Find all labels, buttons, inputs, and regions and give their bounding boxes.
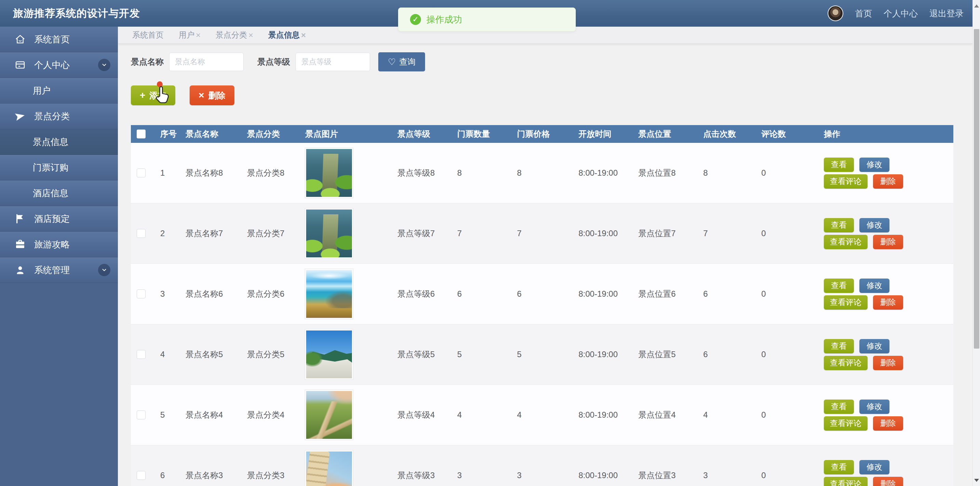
delete-button-label: 删除 [208, 90, 226, 101]
view-comments-button[interactable]: 查看评论 [824, 295, 867, 310]
view-comments-button[interactable]: 查看评论 [824, 174, 867, 189]
add-button[interactable]: + 添加 [131, 86, 175, 105]
cell-index: 3 [151, 289, 182, 299]
tab-label: 景点分类 [216, 30, 247, 40]
toolbar: + 添加 × 删除 [131, 86, 953, 105]
edit-button[interactable]: 修改 [859, 460, 889, 474]
scenic-spot-image [305, 148, 353, 198]
scenic-grade-input[interactable] [296, 53, 370, 71]
view-comments-button[interactable]: 查看评论 [824, 235, 867, 249]
tab-system-home[interactable]: 系统首页 [132, 30, 164, 40]
cell-location: 景点位置5 [635, 349, 700, 360]
cell-actions: 查看 修改 查看评论 删除 [818, 155, 953, 191]
row-checkbox[interactable] [137, 350, 146, 359]
sidebar-item-scenic-category[interactable]: 景点分类 [0, 104, 118, 129]
chevron-down-icon[interactable] [98, 59, 110, 71]
sidebar-item-personal-center[interactable]: 个人中心 [0, 52, 118, 78]
cell-actions: 查看 修改 查看评论 删除 [818, 337, 953, 373]
view-button[interactable]: 查看 [824, 400, 854, 414]
nav-profile-link[interactable]: 个人中心 [884, 8, 918, 19]
tab-scenic-category[interactable]: 景点分类× [216, 30, 253, 40]
sidebar-item-ticket-order[interactable]: 门票订购 [0, 155, 118, 180]
col-header-index: 序号 [151, 129, 182, 139]
tab-scenic-info[interactable]: 景点信息× [268, 30, 306, 40]
cell-comments: 0 [758, 471, 818, 480]
chevron-down-icon[interactable] [98, 264, 110, 276]
cell-comments: 0 [758, 289, 818, 299]
query-button[interactable]: ♡ 查询 [378, 52, 425, 72]
admin-screen: 旅游推荐系统的设计与开发 首页 个人中心 退出登录 系统首页 个人中心 [0, 0, 980, 486]
delete-button[interactable]: 删除 [873, 235, 903, 249]
check-circle-icon: ✓ [410, 14, 421, 25]
view-button[interactable]: 查看 [824, 460, 854, 474]
cell-clicks: 6 [700, 289, 758, 299]
edit-button[interactable]: 修改 [859, 218, 889, 233]
delete-selected-button[interactable]: × 删除 [189, 86, 234, 105]
cell-ticket-count: 5 [454, 350, 514, 359]
row-checkbox[interactable] [137, 471, 146, 480]
sidebar-item-label: 酒店预定 [34, 213, 70, 225]
scroll-up-arrow-icon[interactable] [973, 0, 980, 12]
cell-ticket-count: 8 [454, 168, 514, 178]
delete-button[interactable]: 删除 [873, 295, 903, 310]
view-button[interactable]: 查看 [824, 218, 854, 233]
tab-label: 系统首页 [132, 30, 164, 40]
sidebar-item-system-management[interactable]: 系统管理 [0, 257, 118, 283]
row-checkbox[interactable] [137, 169, 146, 177]
view-button[interactable]: 查看 [824, 279, 854, 293]
sidebar-item-scenic-info[interactable]: 景点信息 [0, 129, 118, 155]
row-checkbox[interactable] [137, 290, 146, 298]
scrollbar-thumb[interactable] [974, 29, 979, 349]
edit-button[interactable]: 修改 [859, 400, 889, 414]
edit-button[interactable]: 修改 [859, 339, 889, 354]
search-bar: 景点名称 景点等级 ♡ 查询 [131, 52, 953, 72]
vertical-scrollbar[interactable] [972, 0, 980, 486]
person-icon [14, 264, 26, 276]
view-button[interactable]: 查看 [824, 339, 854, 354]
table-row: 3 景点名称6 景点分类6 景点等级6 6 6 8:00-19:00 景点位置6… [131, 264, 953, 324]
delete-button[interactable]: 删除 [873, 416, 903, 431]
view-comments-button[interactable]: 查看评论 [824, 416, 867, 431]
row-checkbox[interactable] [137, 411, 146, 419]
delete-button[interactable]: 删除 [873, 356, 903, 370]
close-icon[interactable]: × [196, 30, 200, 40]
table-row: 5 景点名称4 景点分类4 景点等级4 4 4 8:00-19:00 景点位置4… [131, 385, 953, 445]
cell-comments: 0 [758, 168, 818, 178]
scenic-spot-image [305, 330, 353, 379]
user-avatar[interactable] [827, 5, 843, 21]
sidebar-item-hotel-info[interactable]: 酒店信息 [0, 180, 118, 206]
cell-category: 景点分类6 [243, 288, 302, 300]
row-checkbox[interactable] [137, 229, 146, 238]
sidebar-item-users[interactable]: 用户 [0, 78, 118, 104]
tab-users[interactable]: 用户× [179, 30, 200, 40]
cell-grade: 景点等级5 [394, 349, 454, 360]
col-header-image: 景点图片 [302, 129, 394, 139]
sidebar-item-hotel-booking[interactable]: 酒店预定 [0, 206, 118, 232]
sidebar-item-system-home[interactable]: 系统首页 [0, 27, 118, 52]
scenic-spot-image [305, 209, 353, 258]
edit-button[interactable]: 修改 [859, 279, 889, 293]
scenic-name-input[interactable] [169, 53, 243, 71]
cell-open-time: 8:00-19:00 [575, 350, 635, 359]
sidebar-item-label: 酒店信息 [33, 187, 68, 199]
cell-index: 6 [151, 471, 182, 480]
scroll-down-arrow-icon[interactable] [973, 474, 980, 486]
table-row: 1 景点名称8 景点分类8 景点等级8 8 8 8:00-19:00 景点位置8… [131, 143, 953, 203]
delete-button[interactable]: 删除 [873, 174, 903, 189]
edit-button[interactable]: 修改 [859, 158, 889, 172]
close-icon[interactable]: × [248, 30, 253, 40]
view-comments-button[interactable]: 查看评论 [824, 356, 867, 370]
nav-home-link[interactable]: 首页 [855, 8, 872, 19]
cell-actions: 查看 修改 查看评论 删除 [818, 457, 953, 486]
cell-ticket-count: 6 [454, 289, 514, 299]
tab-label: 景点信息 [268, 30, 300, 40]
select-all-checkbox[interactable] [137, 129, 146, 139]
nav-logout-link[interactable]: 退出登录 [929, 8, 964, 19]
view-button[interactable]: 查看 [824, 158, 854, 172]
cell-index: 2 [151, 229, 182, 238]
sidebar-item-travel-guide[interactable]: 旅游攻略 [0, 232, 118, 257]
cell-ticket-count: 4 [454, 410, 514, 420]
close-icon[interactable]: × [301, 30, 306, 40]
delete-button[interactable]: 删除 [873, 477, 903, 486]
view-comments-button[interactable]: 查看评论 [824, 477, 867, 486]
